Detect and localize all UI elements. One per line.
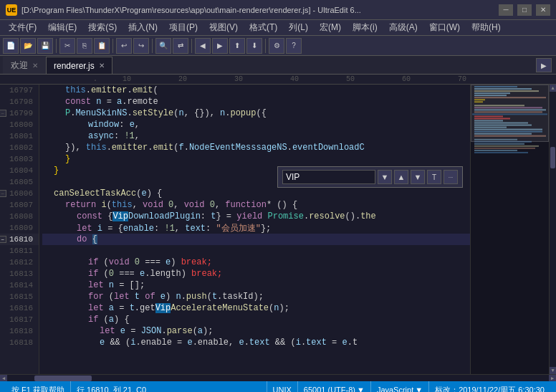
help-tb-button[interactable]: ? bbox=[286, 38, 302, 54]
ruler: . 10 20 30 40 50 60 70 bbox=[0, 75, 556, 85]
vertical-scrollbar[interactable]: ▲ ▼ bbox=[549, 85, 556, 374]
tb-btn-5[interactable]: ◀ bbox=[195, 38, 211, 54]
code-line-16798: const n = a.remote bbox=[42, 96, 470, 107]
line-num-16810: − 16810 bbox=[0, 234, 39, 245]
horizontal-scrollbar[interactable]: ◀ ▶ bbox=[0, 374, 556, 381]
replace-button[interactable]: ⇄ bbox=[173, 38, 188, 54]
tab-renderer-close[interactable]: ✕ bbox=[99, 62, 105, 70]
find-filter-btn[interactable]: T bbox=[427, 170, 441, 184]
fold-16810[interactable]: − bbox=[0, 236, 6, 243]
menu-help[interactable]: 帮助(H) bbox=[466, 20, 507, 35]
code-line-16817: if (a) { bbox=[42, 314, 470, 325]
menu-advanced[interactable]: 高级(A) bbox=[383, 20, 423, 35]
status-position: 行 16810, 列 21, C0 bbox=[71, 381, 267, 392]
app-icon: UE bbox=[6, 4, 17, 16]
redo-button[interactable]: ↪ bbox=[133, 38, 149, 54]
minimap-viewport[interactable] bbox=[471, 85, 549, 142]
modified-label: 标改： bbox=[435, 385, 459, 393]
code-line-16807: return i(this, void 0, void 0, function*… bbox=[42, 199, 470, 211]
tb-btn-8[interactable]: ⬇ bbox=[246, 38, 262, 54]
find-popup: ▼ ▲ ▼ T ··· bbox=[277, 166, 463, 188]
menu-project[interactable]: 项目(P) bbox=[163, 20, 203, 35]
line-num-16806: − 16806 bbox=[0, 188, 39, 199]
svg-rect-29 bbox=[474, 152, 528, 153]
hscroll-left-arrow[interactable]: ◀ bbox=[0, 375, 7, 382]
tab-renderer-label: renderer.js bbox=[54, 61, 95, 71]
fold-16806[interactable]: − bbox=[0, 190, 6, 197]
copy-button[interactable]: ⎘ bbox=[77, 38, 92, 54]
code-line-16802: }), this.emitter.emit(f.NodeEventMesssag… bbox=[42, 142, 470, 153]
status-encoding[interactable]: 65001 (UTF-8) ▼ bbox=[298, 381, 371, 392]
line-num-16799: − 16799 bbox=[0, 107, 39, 119]
svg-rect-25 bbox=[474, 143, 524, 145]
tab-scroll-right[interactable]: ▶ bbox=[536, 58, 552, 72]
find-input[interactable] bbox=[282, 170, 375, 184]
undo-button[interactable]: ↩ bbox=[116, 38, 132, 54]
find-dropdown-btn[interactable]: ▼ bbox=[378, 170, 392, 184]
menu-format[interactable]: 格式(T) bbox=[244, 20, 283, 35]
new-button[interactable]: 📄 bbox=[3, 38, 19, 54]
line-num-16805: 16805 bbox=[0, 176, 39, 188]
scroll-down-arrow[interactable]: ▼ bbox=[550, 367, 557, 374]
position-text: 行 16810, 列 21, C0 bbox=[77, 385, 146, 393]
menu-column[interactable]: 列(L) bbox=[283, 20, 314, 35]
minimize-button[interactable]: ─ bbox=[499, 4, 513, 16]
hscroll-right-arrow[interactable]: ▶ bbox=[549, 375, 556, 382]
code-line-16797: this.emitter.emit( bbox=[42, 85, 470, 96]
line-num-16804: 16804 bbox=[0, 165, 39, 176]
tab-welcome[interactable]: 欢迎 ✕ bbox=[3, 57, 46, 74]
paste-button[interactable]: 📋 bbox=[94, 38, 110, 54]
status-lang[interactable]: JavaScript ▼ bbox=[371, 381, 429, 392]
find-more-btn[interactable]: ··· bbox=[444, 170, 458, 184]
code-line-16803: } bbox=[42, 153, 470, 165]
scroll-track[interactable] bbox=[550, 92, 556, 367]
cut-button[interactable]: ✂ bbox=[59, 38, 75, 54]
find-next-btn[interactable]: ▼ bbox=[411, 170, 425, 184]
code-line-16809: let i = {enable: !1, text: "会员加速"}; bbox=[42, 222, 470, 234]
code-line-16800: window: e, bbox=[42, 119, 470, 130]
code-area: 16797 16798 − 16799 16800 16801 16802 16… bbox=[0, 85, 556, 374]
menu-view[interactable]: 视图(V) bbox=[203, 20, 244, 35]
find-prev-btn[interactable]: ▲ bbox=[394, 170, 408, 184]
tb-btn-7[interactable]: ⬆ bbox=[229, 38, 245, 54]
ruler-40: 40 bbox=[267, 75, 322, 83]
line-num-16813: 16813 bbox=[0, 268, 39, 279]
menu-insert[interactable]: 插入(N) bbox=[123, 20, 163, 35]
menu-file[interactable]: 文件(F) bbox=[3, 20, 42, 35]
open-button[interactable]: 📂 bbox=[20, 38, 36, 54]
eol-text: UNIX bbox=[273, 386, 292, 392]
ruler-70: 70 bbox=[434, 75, 490, 83]
fold-16799[interactable]: − bbox=[0, 110, 6, 117]
lang-text: JavaScript bbox=[377, 386, 413, 392]
code-line-16810: do { bbox=[42, 234, 470, 245]
tab-renderer[interactable]: renderer.js ✕ bbox=[46, 57, 112, 74]
editor-main-wrap: . 10 20 30 40 50 60 70 16797 16798 − 167… bbox=[0, 75, 556, 381]
hscroll-track[interactable] bbox=[7, 375, 549, 381]
toolbar-separator-4 bbox=[191, 39, 192, 53]
line-num-16800: 16800 bbox=[0, 119, 39, 130]
settings-button[interactable]: ⚙ bbox=[269, 38, 284, 54]
code-content[interactable]: this.emitter.emit( const n = a.remote P.… bbox=[39, 85, 470, 374]
menu-script[interactable]: 脚本(i) bbox=[347, 20, 383, 35]
tab-welcome-close[interactable]: ✕ bbox=[32, 62, 38, 70]
menu-edit[interactable]: 编辑(E) bbox=[42, 20, 82, 35]
status-eol[interactable]: UNIX bbox=[267, 381, 298, 392]
save-button[interactable]: 💾 bbox=[37, 38, 53, 54]
svg-rect-26 bbox=[474, 145, 539, 147]
line-num-16808: 16808 bbox=[0, 211, 39, 222]
scroll-up-arrow[interactable]: ▲ bbox=[550, 85, 557, 92]
maximize-button[interactable]: □ bbox=[517, 4, 532, 16]
menu-window[interactable]: 窗口(W) bbox=[423, 20, 466, 35]
line-num-16814: 16814 bbox=[0, 279, 39, 291]
line-num-16802: 16802 bbox=[0, 142, 39, 153]
menu-macro[interactable]: 宏(M) bbox=[314, 20, 347, 35]
hscroll-thumb[interactable] bbox=[34, 376, 92, 381]
code-line-16812: if (void 0 === e) break; bbox=[42, 257, 470, 268]
scroll-thumb[interactable] bbox=[550, 147, 555, 168]
menu-search[interactable]: 搜索(S) bbox=[82, 20, 123, 35]
status-bar: 按 F1 获取帮助 行 16810, 列 21, C0 UNIX 65001 (… bbox=[0, 381, 556, 392]
close-button[interactable]: ✕ bbox=[536, 4, 550, 16]
find-button[interactable]: 🔍 bbox=[155, 38, 171, 54]
tb-btn-6[interactable]: ▶ bbox=[212, 38, 228, 54]
status-modified: 标改： 2019/11/22/周五 6:30:30 bbox=[429, 381, 550, 392]
